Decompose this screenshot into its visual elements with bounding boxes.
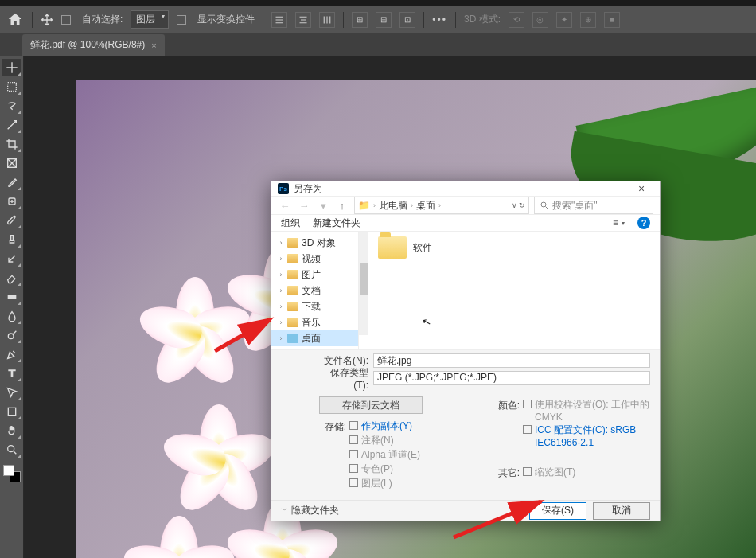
home-icon[interactable]: [6, 11, 24, 29]
distribute-btn-3[interactable]: ⊡: [399, 12, 415, 28]
breadcrumb-loc[interactable]: 此电脑: [379, 199, 407, 213]
folder-label: 软件: [413, 241, 432, 255]
filetype-select[interactable]: JPEG (*.JPG;*.JPEG;*.JPE): [373, 371, 650, 385]
cancel-button[interactable]: 取消: [593, 502, 650, 520]
auto-select-label: 自动选择:: [82, 13, 123, 26]
folder-item[interactable]: 软件: [378, 236, 432, 255]
frame-tool[interactable]: [2, 154, 21, 172]
svg-point-6: [7, 446, 14, 452]
scroll-thumb[interactable]: [360, 263, 368, 295]
3d-btn-2: ◎: [532, 12, 548, 28]
breadcrumb-sep: ›: [373, 201, 376, 209]
3d-btn-4: ⊕: [580, 12, 596, 28]
save-button[interactable]: 保存(S): [529, 502, 586, 520]
search-input[interactable]: 搜索"桌面": [534, 197, 653, 214]
gradient-tool[interactable]: [2, 288, 21, 306]
layers-checkbox: [349, 478, 358, 487]
save-to-cloud-button[interactable]: 存储到云文档: [319, 396, 423, 414]
filename-input[interactable]: 鲜花.jpg: [373, 353, 650, 368]
tree-item-desktop[interactable]: ›桌面: [271, 330, 358, 346]
folder-content[interactable]: 软件 ↖: [359, 232, 660, 349]
new-folder-button[interactable]: 新建文件夹: [313, 217, 360, 230]
align-btn-2[interactable]: [295, 12, 311, 28]
folder-icon: [378, 236, 407, 259]
svg-rect-5: [8, 408, 15, 415]
brush-tool[interactable]: [2, 212, 21, 229]
menu-bar[interactable]: [0, 0, 756, 6]
icc-checkbox[interactable]: [523, 425, 532, 434]
nav-up-icon[interactable]: ↑: [335, 200, 349, 212]
hide-folders-toggle[interactable]: ﹀ 隐藏文件夹: [281, 504, 339, 517]
tree-item-video[interactable]: ›视频: [271, 251, 358, 267]
search-placeholder: 搜索"桌面": [552, 199, 598, 213]
wand-tool[interactable]: [2, 116, 21, 134]
folder-icon: [287, 270, 298, 279]
shape-tool[interactable]: [2, 403, 21, 420]
close-icon[interactable]: ×: [629, 182, 653, 195]
breadcrumb-sep: ›: [438, 201, 441, 209]
divider: [32, 12, 33, 28]
svg-rect-0: [7, 83, 16, 92]
nav-back-icon[interactable]: ←: [278, 200, 292, 212]
move-tool-icon[interactable]: [41, 14, 53, 26]
nav-forward-icon[interactable]: →: [297, 200, 311, 212]
other-options-label: 其它:: [493, 465, 520, 480]
stamp-tool[interactable]: [2, 231, 21, 248]
save-options-label: 存储:: [319, 419, 346, 434]
copy-checkbox[interactable]: [349, 421, 358, 430]
tree-item-music[interactable]: ›音乐: [271, 314, 358, 330]
heal-tool[interactable]: [2, 193, 21, 210]
more-options[interactable]: •••: [432, 14, 447, 25]
auto-select-checkbox[interactable]: [61, 15, 71, 25]
thumbnail-checkbox: [523, 467, 532, 476]
tree-item-downloads[interactable]: ›下载: [271, 299, 358, 314]
organize-menu[interactable]: 组织: [281, 217, 300, 230]
tab-label: 鲜花.pdf @ 100%(RGB/8#): [30, 38, 145, 52]
crop-tool[interactable]: [2, 135, 21, 153]
breadcrumb-loc[interactable]: 桌面: [416, 199, 435, 213]
alpha-checkbox: [349, 450, 358, 458]
divider: [263, 12, 263, 28]
show-transform-checkbox[interactable]: [177, 15, 186, 25]
dodge-tool[interactable]: [2, 326, 21, 344]
foreground-color[interactable]: [3, 465, 14, 476]
view-menu[interactable]: ≡▾: [613, 217, 625, 228]
tree-item-pictures[interactable]: ›图片: [271, 267, 358, 283]
eyedropper-tool[interactable]: [2, 174, 21, 191]
distribute-btn-2[interactable]: ⊟: [376, 12, 392, 28]
align-btn-3[interactable]: [319, 12, 335, 28]
tab-bar: 鲜花.pdf @ 100%(RGB/8#) ×: [0, 33, 756, 56]
blur-tool[interactable]: [2, 307, 21, 325]
hand-tool[interactable]: [2, 422, 21, 439]
divider: [455, 12, 456, 28]
breadcrumb[interactable]: 📁 › 此电脑 › 桌面 › ∨↻: [354, 197, 529, 214]
color-swatch[interactable]: [3, 465, 21, 482]
layer-dropdown[interactable]: 图层: [131, 10, 169, 29]
breadcrumb-dropdown[interactable]: ∨↻: [512, 201, 525, 209]
folder-icon: [287, 238, 298, 248]
align-btn[interactable]: [271, 12, 287, 28]
tree-item-3d[interactable]: ›3D 对象: [271, 235, 358, 251]
filetype-label: 保存类型(T):: [319, 366, 368, 391]
zoom-tool[interactable]: [2, 441, 21, 458]
dialog-titlebar[interactable]: Ps 另存为 ×: [271, 181, 660, 196]
eraser-tool[interactable]: [2, 269, 21, 287]
tree-item-documents[interactable]: ›文档: [271, 283, 358, 299]
tab-close-icon[interactable]: ×: [151, 41, 156, 50]
type-tool[interactable]: [2, 365, 21, 382]
help-icon[interactable]: ?: [637, 217, 650, 229]
color-options-label: 颜色:: [493, 397, 520, 412]
path-tool[interactable]: [2, 384, 21, 401]
nav-recent-icon[interactable]: ▾: [316, 200, 330, 212]
3d-btn-3: ✦: [556, 12, 572, 28]
marquee-tool[interactable]: [2, 78, 21, 96]
move-tool[interactable]: [2, 59, 21, 76]
folder-icon: [287, 302, 298, 311]
lasso-tool[interactable]: [2, 97, 21, 115]
history-brush-tool[interactable]: [2, 250, 21, 267]
chevron-down-icon: ﹀: [281, 505, 288, 516]
pen-tool[interactable]: [2, 345, 21, 363]
distribute-btn[interactable]: ⊞: [352, 12, 368, 28]
document-tab[interactable]: 鲜花.pdf @ 100%(RGB/8#) ×: [22, 34, 165, 56]
scrollbar[interactable]: [359, 232, 368, 335]
